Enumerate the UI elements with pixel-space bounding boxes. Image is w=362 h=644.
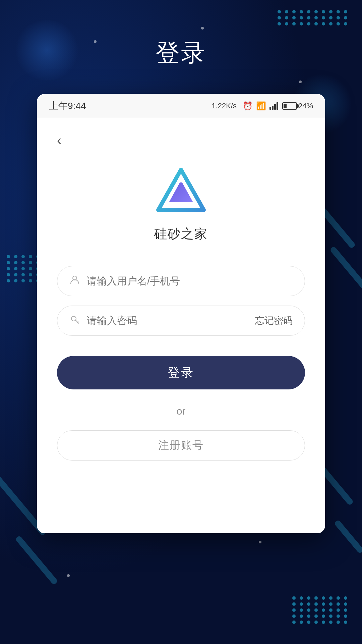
dots-top-right — [278, 10, 349, 25]
battery-fill — [284, 104, 287, 108]
username-input[interactable] — [87, 275, 293, 287]
signal-icon — [269, 102, 279, 110]
scatter-dot-3 — [299, 80, 302, 83]
scatter-dot-2 — [201, 27, 204, 30]
scatter-dot-5 — [259, 541, 261, 543]
user-icon — [69, 274, 80, 288]
login-button[interactable]: 登录 — [57, 356, 305, 389]
wifi-icon: 📶 — [256, 101, 266, 111]
svg-rect-1 — [272, 106, 274, 110]
alarm-icon: ⏰ — [243, 101, 253, 111]
status-icons: ⏰ 📶 24% — [243, 101, 313, 111]
logo-area: 硅砂之家 — [154, 164, 208, 243]
forgot-password-link[interactable]: 忘记密码 — [255, 314, 293, 327]
back-button[interactable]: ‹ — [57, 130, 65, 150]
battery-percent: 24% — [298, 102, 313, 110]
app-logo-icon — [154, 164, 208, 217]
svg-line-10 — [77, 322, 78, 322]
dots-mid-left — [7, 255, 41, 282]
back-chevron-icon: ‹ — [57, 133, 61, 148]
app-name: 硅砂之家 — [154, 225, 208, 243]
dots-bottom-right — [292, 596, 349, 624]
status-bar: 上午9:44 1.22K/s ⏰ 📶 24% — [37, 94, 325, 118]
username-field-wrapper[interactable] — [57, 266, 305, 296]
password-input[interactable] — [87, 315, 248, 326]
status-speed: 1.22K/s — [212, 102, 237, 110]
or-divider: or — [177, 406, 186, 417]
svg-rect-0 — [269, 107, 271, 110]
svg-rect-2 — [274, 104, 276, 110]
register-button[interactable]: 注册账号 — [57, 430, 305, 461]
page-title: 登录 — [0, 37, 362, 69]
login-form: 忘记密码 — [57, 266, 305, 336]
app-content: ‹ — [37, 118, 325, 533]
status-time: 上午9:44 — [49, 100, 86, 112]
scatter-dot-4 — [67, 574, 70, 577]
key-icon — [69, 314, 80, 327]
password-field-wrapper[interactable]: 忘记密码 — [57, 306, 305, 336]
phone-frame: 上午9:44 1.22K/s ⏰ 📶 24% — [37, 94, 325, 533]
battery-icon — [282, 102, 297, 110]
svg-rect-3 — [277, 102, 278, 110]
battery-indicator: 24% — [282, 102, 313, 110]
status-right: 1.22K/s ⏰ 📶 24% — [212, 101, 313, 111]
